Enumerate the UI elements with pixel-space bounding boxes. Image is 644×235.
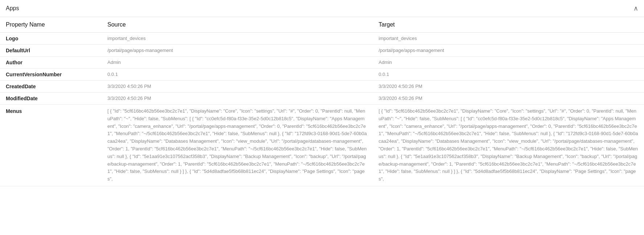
table-row: Menus[ { "Id": "5cf616bc462b56ee3bc2c7e1… — [0, 105, 644, 186]
source-value-cell: 3/3/2020 4:50:26 PM — [102, 81, 373, 93]
app-section: Apps ∧ Property Name Source Target Logoi… — [0, 0, 644, 186]
property-name-cell: Author — [0, 57, 102, 69]
app-title: Apps — [6, 5, 19, 12]
source-value-cell: important_devices — [102, 33, 373, 45]
target-value-cell: important_devices — [373, 33, 644, 45]
comparison-table: Property Name Source Target Logoimportan… — [0, 17, 644, 186]
table-row: DefaultUrl/portal/page/apps-management/p… — [0, 45, 644, 57]
property-name-cell: ModifiedDate — [0, 93, 102, 105]
target-value-cell: [ { "Id": "5cf616bc462b56ee3bc2c7e1", "D… — [373, 105, 644, 186]
source-value-cell: 3/3/2020 4:50:26 PM — [102, 93, 373, 105]
target-value-cell: 0.0.1 — [373, 69, 644, 81]
source-value-cell: Admin — [102, 57, 373, 69]
table-header-row: Property Name Source Target — [0, 17, 644, 33]
property-name-cell: CurrentVersionNumber — [0, 69, 102, 81]
source-value-cell: [ { "Id": "5cf616bc462b56ee3bc2c7e1", "D… — [102, 105, 373, 186]
target-value-cell: Admin — [373, 57, 644, 69]
property-name-cell: DefaultUrl — [0, 45, 102, 57]
table-row: CurrentVersionNumber0.0.10.0.1 — [0, 69, 644, 81]
target-value-cell: 3/3/2020 4:50:26 PM — [373, 93, 644, 105]
table-row: Logoimportant_devicesimportant_devices — [0, 33, 644, 45]
source-value-cell: /portal/page/apps-management — [102, 45, 373, 57]
target-value-cell: /portal/page/apps-management — [373, 45, 644, 57]
table-row: CreatedDate3/3/2020 4:50:26 PM3/3/2020 4… — [0, 81, 644, 93]
property-name-cell: CreatedDate — [0, 81, 102, 93]
collapse-icon[interactable]: ∧ — [633, 4, 638, 12]
column-header-property: Property Name — [0, 17, 102, 33]
property-name-cell: Logo — [0, 33, 102, 45]
property-name-cell: Menus — [0, 105, 102, 186]
source-value-cell: 0.0.1 — [102, 69, 373, 81]
app-header: Apps ∧ — [0, 0, 644, 17]
table-row: AuthorAdminAdmin — [0, 57, 644, 69]
column-header-target: Target — [373, 17, 644, 33]
column-header-source: Source — [102, 17, 373, 33]
table-row: ModifiedDate3/3/2020 4:50:26 PM3/3/2020 … — [0, 93, 644, 105]
target-value-cell: 3/3/2020 4:50:26 PM — [373, 81, 644, 93]
